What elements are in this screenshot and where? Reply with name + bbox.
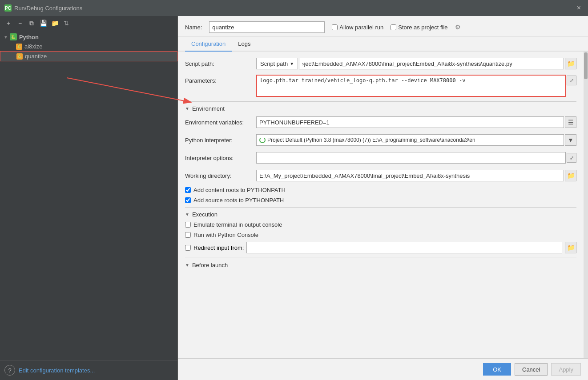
ai8xize-icon: 🐍	[16, 44, 22, 50]
working-dir-input-group: 📁	[256, 170, 576, 181]
allow-parallel-checkbox[interactable]	[332, 24, 338, 30]
scrollbar-thumb[interactable]	[584, 52, 588, 79]
python-group-icon: 🐍	[10, 33, 17, 40]
dialog-title: Run/Debug Configurations	[14, 5, 574, 12]
interpreter-dropdown-button[interactable]: ▼	[565, 134, 576, 146]
bottom-bar: OK Cancel Apply	[178, 358, 588, 380]
allow-parallel-group: Allow parallel run	[332, 24, 383, 31]
interpreter-options-input[interactable]	[256, 152, 566, 164]
emulate-terminal-label: Emulate terminal in output console	[193, 221, 282, 228]
sort-config-button[interactable]: ⇅	[61, 18, 71, 28]
config-header: Name: Allow parallel run Store as projec…	[178, 16, 588, 37]
env-vars-row: Environment variables: ☰	[185, 116, 576, 129]
cancel-button[interactable]: Cancel	[515, 363, 548, 376]
before-launch-label: Before launch	[192, 262, 228, 268]
help-button[interactable]: ?	[4, 365, 15, 376]
ok-button[interactable]: OK	[483, 363, 511, 376]
script-type-dropdown[interactable]: Script path ▼	[256, 58, 298, 69]
tree-item-ai8xize[interactable]: 🐍 ai8xize	[0, 42, 177, 51]
apply-button[interactable]: Apply	[551, 363, 581, 376]
parameters-input[interactable]	[256, 75, 566, 97]
working-dir-input[interactable]	[256, 170, 564, 181]
close-button[interactable]: ×	[574, 3, 584, 13]
tab-configuration[interactable]: Configuration	[185, 37, 232, 52]
left-panel: + − ⧉ 💾 📁 ⇅ ▼ 🐍 Python 🐍 ai8xize 🐍	[0, 16, 178, 380]
run-python-console-checkbox[interactable]	[185, 232, 191, 238]
env-vars-input-group: ☰	[256, 116, 576, 128]
allow-parallel-label: Allow parallel run	[339, 24, 383, 31]
quantize-icon: 🐍	[16, 53, 23, 60]
script-path-row: Script path: Script path ▼ 📁	[185, 57, 576, 70]
scrollbar[interactable]	[584, 52, 588, 358]
main-content: + − ⧉ 💾 📁 ⇅ ▼ 🐍 Python 🐍 ai8xize 🐍	[0, 16, 588, 380]
add-content-roots-label: Add content roots to PYTHONPATH	[193, 187, 286, 193]
config-tabs: Configuration Logs	[178, 37, 588, 52]
redirect-browse-button[interactable]: 📁	[565, 242, 576, 253]
run-python-console-label: Run with Python Console	[193, 232, 258, 238]
redirect-input-field[interactable]	[246, 242, 562, 253]
store-project-group: Store as project file	[391, 24, 447, 31]
add-content-roots-checkbox[interactable]	[185, 187, 191, 193]
python-interpreter-label: Python interpreter:	[185, 137, 256, 144]
redirect-input-checkbox[interactable]	[185, 245, 191, 251]
script-path-input[interactable]	[299, 58, 564, 69]
interpreter-input-group: Project Default (Python 3.8 (max78000) (…	[256, 134, 576, 146]
run-python-console-row: Run with Python Console	[185, 232, 576, 238]
interpreter-display: Project Default (Python 3.8 (max78000) (…	[256, 134, 564, 146]
gear-icon[interactable]: ⚙	[455, 24, 461, 31]
name-label: Name:	[185, 24, 202, 31]
ai8xize-label: ai8xize	[24, 43, 42, 50]
interpreter-spinner-icon	[259, 137, 266, 143]
add-source-roots-checkbox[interactable]	[185, 197, 191, 203]
execution-label: Execution	[192, 211, 217, 218]
environment-label: Environment	[192, 105, 225, 112]
interpreter-options-label: Interpreter options:	[185, 155, 256, 161]
parameters-row: Parameters: ⤢	[185, 75, 576, 97]
tree-group-python[interactable]: ▼ 🐍 Python	[0, 32, 177, 42]
interpreter-options-input-group: ⤢	[256, 152, 576, 164]
redirect-input-label: Redirect input from:	[193, 244, 244, 251]
copy-config-button[interactable]: ⧉	[27, 18, 36, 28]
parameters-label: Parameters:	[185, 75, 256, 84]
title-bar: PC Run/Debug Configurations ×	[0, 0, 588, 16]
add-config-button[interactable]: +	[4, 18, 13, 28]
tree-item-quantize[interactable]: 🐍 quantize	[0, 51, 177, 61]
env-vars-label: Environment variables:	[185, 119, 256, 126]
folder-config-button[interactable]: 📁	[50, 18, 60, 28]
edit-templates-link[interactable]: Edit configuration templates...	[19, 367, 95, 374]
add-source-roots-row: Add source roots to PYTHONPATH	[185, 197, 576, 204]
script-path-browse-button[interactable]: 📁	[565, 58, 576, 69]
save-config-button[interactable]: 💾	[38, 18, 48, 28]
store-project-checkbox[interactable]	[391, 24, 396, 30]
execution-section-header[interactable]: ▼ Execution	[185, 211, 576, 218]
add-source-roots-label: Add source roots to PYTHONPATH	[193, 197, 284, 204]
tab-logs[interactable]: Logs	[232, 37, 257, 52]
script-path-input-group: Script path ▼ 📁	[256, 58, 576, 69]
remove-config-button[interactable]: −	[15, 18, 25, 28]
environment-section-header[interactable]: ▼ Environment	[185, 105, 576, 112]
working-dir-label: Working directory:	[185, 172, 256, 179]
before-launch-section: ▼ Before launch	[185, 262, 576, 268]
redirect-input-row: Redirect input from: 📁	[185, 242, 576, 253]
quantize-label: quantize	[25, 53, 47, 60]
env-vars-input[interactable]	[256, 116, 564, 128]
interpreter-value: Project Default (Python 3.8 (max78000) (…	[267, 137, 475, 143]
left-bottom: ? Edit configuration templates...	[0, 360, 177, 380]
tree-arrow: ▼	[4, 35, 8, 40]
interpreter-options-row: Interpreter options: ⤢	[185, 151, 576, 164]
python-interpreter-row: Python interpreter: Project Default (Pyt…	[185, 133, 576, 147]
working-dir-browse-button[interactable]: 📁	[565, 170, 576, 181]
config-form: Script path: Script path ▼ 📁 Parameters:	[178, 52, 584, 358]
environment-arrow: ▼	[185, 106, 189, 111]
before-launch-header[interactable]: ▼ Before launch	[185, 262, 576, 268]
execution-arrow: ▼	[185, 212, 189, 217]
working-dir-row: Working directory: 📁	[185, 169, 576, 182]
emulate-terminal-checkbox[interactable]	[185, 222, 191, 228]
add-content-roots-row: Add content roots to PYTHONPATH	[185, 187, 576, 193]
before-launch-arrow: ▼	[185, 263, 189, 268]
interpreter-options-expand-button[interactable]: ⤢	[567, 153, 576, 163]
parameters-expand-button[interactable]: ⤢	[567, 76, 576, 85]
name-input[interactable]	[209, 21, 325, 33]
env-vars-edit-button[interactable]: ☰	[565, 116, 576, 128]
config-tree: ▼ 🐍 Python 🐍 ai8xize 🐍 quantize	[0, 30, 177, 360]
